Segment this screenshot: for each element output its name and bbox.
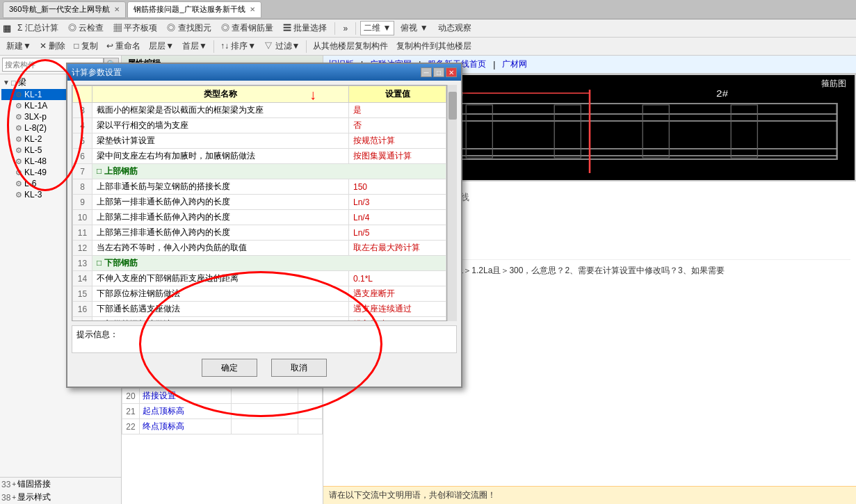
expand-anchor-icon: + [12,480,16,488]
btn-copy-to-floor[interactable]: 复制构件到其他楼层 [393,39,475,54]
tab-gangjin-close[interactable]: ✕ [250,6,255,13]
modal-table-section: 7 □ 上部钢筋 [73,164,446,179]
modal-table-row[interactable]: 17 下部纵筋添加腋做法 错入加腋 [73,317,446,322]
material-link[interactable]: 广材网 [502,58,527,70]
toolbar-btn-view-angle[interactable]: 俯视 ▼ [397,21,431,35]
tree-item-label: L-8(2) [24,123,47,133]
tree-item-label: KL-49 [24,168,47,177]
item-icon: ⚙ [15,179,22,188]
close-button[interactable]: ✕ [446,67,457,77]
modal-table-row[interactable]: 5 梁垫铁计算设置 按规范计算 [73,133,446,149]
modal-table-row[interactable]: 16 下部通长筋遇支座做法 遇支座连续通过 [73,302,446,317]
tab-360[interactable]: 360导航_新一代安全上网导航 ✕ [3,1,126,18]
modal-table-row[interactable]: 4 梁以平行相交的墙为支座 否 [73,118,446,133]
category-icon: □ [11,79,16,87]
notice-bar: 请在以下交流中文明用语，共创和谐交流圈！ [323,486,856,504]
modal-table-section: 13 □ 下部钢筋 [73,256,446,271]
modal-scrollbar[interactable] [447,85,457,321]
modal-table-row[interactable]: 15 下部原位标注钢筋做法 遇支座断开 [73,286,446,302]
cancel-button[interactable]: 取消 [271,359,327,377]
btn-new[interactable]: 新建▼ [3,39,35,54]
tab-gangjin[interactable]: 钢筋搭接问题_广联达服务新干线 ✕ [127,1,261,18]
hint-area: 提示信息： [72,325,457,353]
tree-anchor-label: 锚固搭接 [17,478,51,490]
confirm-button[interactable]: 确定 [202,359,257,377]
item-icon: ⚙ [15,90,22,99]
modal-table-row[interactable]: 11 上部第三排非通长筋伸入跨内的长度 Ln/5 [73,225,446,241]
separator: | [493,60,495,70]
tree-item-label: KL-1A [24,101,47,111]
svg-rect-7 [554,105,581,158]
modal-footer: 确定 取消 [72,353,457,382]
btn-copy[interactable]: □ 复制 [70,39,102,54]
btn-floor-type[interactable]: 层层▼ [145,39,177,54]
toolbar-btn-view-rebar[interactable]: ◎ 查看钢筋量 [218,21,277,35]
modal-dialog: 计算参数设置 ─ □ ✕ 类型名称 [66,63,462,388]
table-row: 21起点顶标高 [122,404,323,419]
btn-delete[interactable]: ✕ 删除 [36,39,69,54]
tab-360-close[interactable]: ✕ [114,6,120,13]
modal-table-row[interactable]: 10 上部第二排非通长筋伸入跨内的长度 Ln/4 [73,210,446,225]
tab-gangjin-label: 钢筋搭接问题_广联达服务新干线 [134,4,245,15]
modal-controls: ─ □ ✕ [421,67,457,77]
btn-sort[interactable]: ↑↓ 排序▼ [217,39,259,54]
item-icon: ⚙ [15,101,22,111]
modal-body: 类型名称 设置值 3 截面小的框架梁是否以截面大的框架梁为支座 是 [67,81,461,387]
tree-item-anchor[interactable]: 33 + 锚固搭接 [0,478,121,491]
item-icon: ⚙ [15,157,22,166]
modal-table-row[interactable]: 12 当左右跨不等时，伸入小跨内负筋的取值 取左右最大跨计算 [73,241,446,256]
btn-filter[interactable]: ▽ 过滤▼ [261,39,303,54]
tree-item-label: KL-2 [24,134,42,144]
toolbar-btn-find[interactable]: ◎ 查找图元 [163,21,214,35]
modal-table-row[interactable]: 3 截面小的框架梁是否以截面大的框架梁为支座 是 [73,103,446,118]
toolbar-icon-chart: ▦ [3,23,11,33]
item-icon: ⚙ [15,124,22,133]
svg-rect-8 [643,105,669,158]
toolbar-sep-3 [306,40,307,53]
main-toolbar: ▦ Σ 汇总计算 ◎ 云检查 ▦ 平齐板项 ◎ 查找图元 ◎ 查看钢筋量 ☰ 批… [0,19,856,38]
tab-360-label: 360导航_新一代安全上网导航 [9,4,110,15]
toolbar-sep-2 [213,40,214,53]
hint-label: 提示信息： [76,330,118,339]
expand-display-icon: + [12,494,16,501]
tree-item-label: KL-5 [24,145,42,155]
toolbar-btn-summary[interactable]: Σ 汇总计算 [14,21,62,35]
toolbar-btn-cloud[interactable]: ◎ 云检查 [65,21,107,35]
scrollbar-thumb[interactable] [449,92,457,120]
toolbar-separator-1 [334,22,335,35]
modal-table-row[interactable]: 14 不伸入支座的下部钢筋距支座边的距离 0.1*L [73,271,446,286]
tree-item-display[interactable]: 38 + 显示样式 [0,491,121,504]
table-row: 20搭接设置 [122,389,323,404]
modal-col-type: 类型名称 [92,86,349,103]
toolbar-btn-2d[interactable]: 二维 ▼ [360,21,394,35]
main-content: 🔍 ▼ □ 梁 ⚙ KL-1 ⚙ KL-1A ⚙ 3LX-p ⚙ L-8(2 [0,56,856,504]
modal-table-row[interactable]: 6 梁中间支座左右均有加腋时，加腋钢筋做法 按图集翼通计算 [73,149,446,164]
svg-rect-6 [466,105,492,158]
item-icon: ⚙ [15,146,22,155]
modal-table-row[interactable]: 9 上部第一排非通长筋伸入跨内的长度 Ln/3 [73,195,446,210]
browser-tabs-bar: 360导航_新一代安全上网导航 ✕ 钢筋搭接问题_广联达服务新干线 ✕ [0,0,856,19]
btn-rename[interactable]: ↩ 重命名 [103,39,144,54]
toolbar-btn-align[interactable]: ▦ 平齐板项 [110,21,161,35]
tree-display-label: 显示样式 [17,491,51,503]
modal-title: 计算参数设置 [72,67,122,79]
tree-item-label: KL-3 [24,190,42,200]
table-row: 22终点顶标高 [122,419,323,434]
tree-item-label: KL-1 [24,90,42,99]
maximize-button[interactable]: □ [433,67,444,77]
toolbar-btn-more[interactable]: » [339,22,351,35]
modal-titlebar: 计算参数设置 ─ □ ✕ [67,64,461,81]
category-label: 梁 [18,76,26,88]
modal-table-row[interactable]: 8 上部非通长筋与架立钢筋的搭接长度 150 [73,179,446,195]
minimize-button[interactable]: ─ [421,67,432,77]
item-icon: ⚙ [15,113,22,122]
btn-copy-from-floor[interactable]: 从其他楼层复制构件 [309,39,391,54]
toolbar-btn-batch[interactable]: ☰ 批量选择 [280,21,330,35]
item-icon: ⚙ [15,190,22,200]
tree-item-label: 3LX-p [24,112,47,122]
modal-col-value: 设置值 [349,86,446,103]
modal-table-wrapper: 类型名称 设置值 3 截面小的框架梁是否以截面大的框架梁为支座 是 [72,85,447,321]
btn-floor-name[interactable]: 首层▼ [179,39,211,54]
notice-text: 请在以下交流中文明用语，共创和谐交流圈！ [329,490,496,500]
toolbar-btn-dynamic-view[interactable]: 动态观察 [435,21,475,35]
